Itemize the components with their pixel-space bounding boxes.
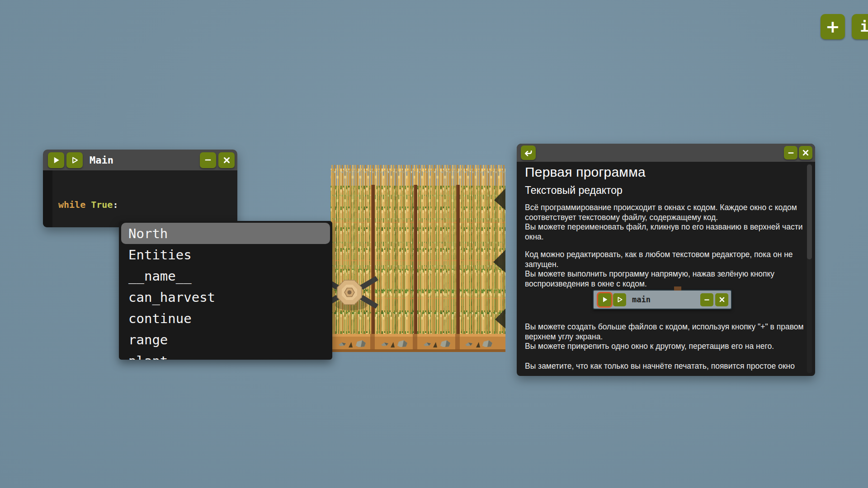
code-window-titlebar[interactable]: Main (43, 150, 237, 170)
code-editor[interactable]: while True: if can_harvest(): harvest() … (43, 170, 237, 227)
run-new-drone-button[interactable] (66, 152, 83, 168)
code-text: while True: if can_harvest(): harvest() … (58, 175, 173, 227)
tutorial-window: Первая программа Текстовый редактор Всё … (517, 144, 815, 376)
code-line: while True: (58, 199, 173, 211)
tutorial-scrollbar-thumb[interactable] (807, 164, 812, 259)
run-button[interactable] (48, 152, 64, 168)
play-outline-icon (71, 156, 79, 164)
close-icon (802, 149, 809, 156)
illustration-minimize-button (700, 293, 713, 306)
illustration-run-button (598, 293, 611, 306)
close-icon (719, 296, 725, 303)
autocomplete-item-range[interactable]: range (119, 329, 332, 350)
code-window: Main while True: if can_harvest(): harve… (43, 150, 237, 227)
return-arrow-icon (524, 148, 533, 158)
tutorial-window-titlebar[interactable] (517, 144, 815, 162)
new-code-window-button[interactable]: + (821, 14, 845, 39)
code-window-title[interactable]: Main (90, 155, 113, 166)
minus-icon (204, 156, 212, 164)
autocomplete-popup: North Entities __name__ can_harvest cont… (119, 221, 332, 360)
play-filled-icon (601, 296, 609, 303)
minus-icon (787, 149, 795, 157)
autocomplete-item-can-harvest[interactable]: can_harvest (119, 286, 332, 308)
illustration-notch (674, 286, 681, 291)
autocomplete-item-entities[interactable]: Entities (119, 244, 332, 265)
wheat-field-image (330, 165, 505, 352)
minus-icon (703, 296, 710, 303)
tutorial-paragraph-windows: Всё программирование происходит в окнах … (525, 203, 807, 242)
illustration-close-button (715, 293, 728, 306)
tutorial-content: Первая программа Текстовый редактор Всё … (517, 162, 815, 376)
code-gutter (43, 170, 52, 227)
tutorial-paragraph-files: Вы можете создать больше файлов с кодом,… (525, 322, 807, 352)
info-button[interactable]: i (852, 14, 868, 39)
farm-field-render (330, 165, 505, 352)
tutorial-close-button[interactable] (799, 146, 812, 160)
close-button[interactable] (218, 152, 235, 168)
play-outline-icon (616, 296, 623, 303)
tutorial-paragraph-typing: Вы заметите, что как только вы начнёте п… (525, 361, 807, 371)
play-filled-icon (52, 156, 61, 164)
tutorial-minimize-button[interactable] (784, 146, 797, 160)
tutorial-paragraph-editing: Код можно редактировать, как в любом тек… (525, 250, 807, 289)
close-icon (223, 156, 231, 164)
illustration-run-new-drone-button (613, 293, 626, 306)
autocomplete-item-name[interactable]: __name__ (119, 265, 332, 286)
autocomplete-item-plant[interactable]: plant (119, 350, 332, 360)
minimize-button[interactable] (200, 152, 216, 168)
tutorial-scrollbar[interactable] (807, 164, 812, 373)
illustration-window-title: main (632, 295, 651, 304)
tutorial-subtitle: Текстовый редактор (525, 184, 623, 197)
autocomplete-item-north[interactable]: North (121, 223, 330, 244)
tutorial-title: Первая программа (525, 164, 646, 180)
back-button[interactable] (521, 145, 536, 160)
autocomplete-item-continue[interactable]: continue (119, 308, 332, 329)
illustration-code-window: main (593, 290, 732, 310)
